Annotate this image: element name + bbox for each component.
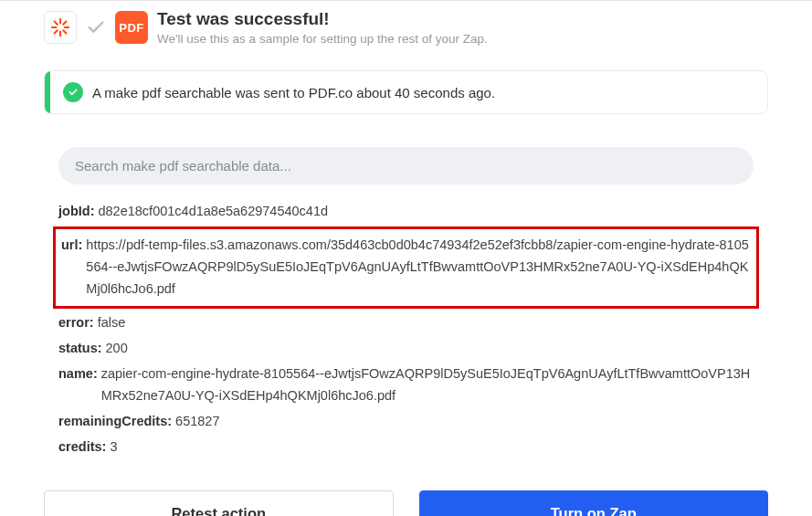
field-value: d82e18cf001c4d1a8e5a62974540c41d	[98, 201, 328, 223]
success-message: A make pdf searchable was sent to PDF.co…	[92, 85, 495, 100]
field-key: error:	[58, 312, 94, 334]
result-fields: jobId: d82e18cf001c4d1a8e5a62974540c41d …	[44, 199, 768, 459]
field-key: name:	[58, 363, 98, 385]
footer-actions: Retest action Turn on Zap	[0, 478, 812, 516]
check-icon	[86, 17, 106, 37]
retest-action-button[interactable]: Retest action	[44, 490, 394, 516]
field-jobid: jobId: d82e18cf001c4d1a8e5a62974540c41d	[58, 199, 754, 225]
field-key: credits:	[58, 437, 106, 458]
pdf-app-icon: PDF	[115, 11, 148, 44]
zapier-icon	[44, 11, 77, 44]
success-check-icon	[63, 82, 83, 102]
field-value: 200	[106, 338, 128, 360]
highlighted-url-field: url: https://pdf-temp-files.s3.amazonaws…	[53, 226, 759, 309]
page-title: Test was successful!	[157, 8, 488, 31]
field-key: remainingCredits:	[58, 411, 172, 433]
field-key: url:	[61, 235, 82, 257]
field-value: false	[98, 312, 126, 334]
svg-line-4	[55, 22, 58, 25]
field-value: 651827	[175, 411, 219, 433]
svg-line-6	[55, 30, 58, 33]
field-url: url: https://pdf-temp-files.s3.amazonaws…	[61, 233, 751, 302]
result-panel: jobId: d82e18cf001c4d1a8e5a62974540c41d …	[44, 134, 768, 478]
svg-line-7	[63, 22, 66, 25]
turn-on-zap-button[interactable]: Turn on Zap	[419, 490, 769, 516]
svg-line-5	[63, 30, 66, 33]
field-remaining-credits: remainingCredits: 651827	[58, 409, 754, 435]
field-key: status:	[58, 338, 102, 360]
field-value: 3	[110, 437, 117, 458]
field-status: status: 200	[58, 336, 754, 362]
page-subtitle: We'll use this as a sample for setting u…	[157, 31, 488, 47]
field-credits: credits: 3	[58, 435, 754, 460]
field-key: jobId:	[58, 201, 94, 223]
field-value: zapier-com-engine-hydrate-8105564--eJwtj…	[101, 363, 754, 407]
success-callout: A make pdf searchable was sent to PDF.co…	[44, 70, 768, 114]
result-header: PDF Test was successful! We'll use this …	[0, 0, 812, 56]
search-input[interactable]	[58, 147, 754, 184]
field-error: error: false	[58, 311, 754, 336]
field-name: name: zapier-com-engine-hydrate-8105564-…	[58, 362, 754, 409]
field-value: https://pdf-temp-files.s3.amazonaws.com/…	[86, 235, 751, 300]
